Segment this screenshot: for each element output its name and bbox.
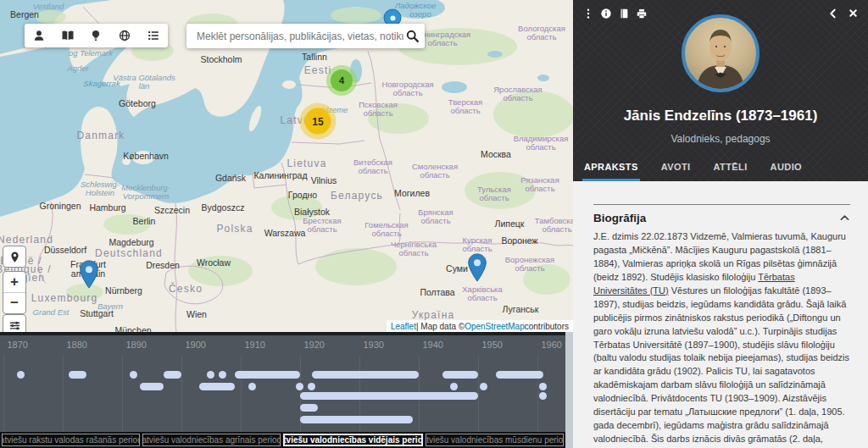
book-icon (618, 8, 630, 19)
user-icon (32, 29, 46, 42)
timeline-year-label: 1960 (542, 340, 562, 350)
map-pin-marker[interactable] (80, 260, 99, 289)
timeline-gridline (241, 356, 242, 432)
timeline-dot[interactable] (130, 371, 137, 379)
tab-attēli[interactable]: ATTĒLI (712, 159, 749, 181)
publications-button[interactable] (58, 25, 78, 46)
attribution-suffix: contributors (525, 322, 569, 331)
person-occupation: Valodnieks, pedagogs (573, 133, 868, 145)
locate-icon (8, 251, 21, 263)
zoom-in-button[interactable]: + (3, 272, 25, 292)
map-pin-icon (80, 260, 99, 289)
menu-dots-icon (582, 8, 594, 19)
map-pin-marker[interactable] (468, 253, 487, 282)
timeline-bar[interactable] (69, 371, 86, 379)
timeline-gridline (478, 356, 479, 432)
timeline-dot[interactable] (539, 383, 547, 390)
list-icon (147, 29, 160, 42)
cluster-count: 15 (305, 108, 331, 135)
legend-period-button[interactable]: Latviešu valodniecības agrīnais periods (142, 434, 281, 446)
timeline-bar[interactable] (300, 404, 318, 412)
timeline-year-label: 1890 (126, 340, 147, 350)
search-icon[interactable] (405, 29, 420, 43)
app-root: BergenVestlandog TelemarkAgderSkagerrakV… (0, 0, 868, 448)
cluster-marker[interactable]: 4 (326, 65, 357, 96)
chevron-up-icon[interactable] (839, 213, 850, 224)
timeline-bar[interactable] (496, 371, 543, 379)
tab-apraksts[interactable]: APRAKSTS (582, 159, 640, 181)
biography-section-header[interactable]: Biogrāfija (593, 204, 850, 224)
collapse-panel-button[interactable] (826, 7, 839, 19)
timeline-year-label: 1880 (67, 340, 87, 350)
timeline-dot[interactable] (480, 383, 487, 390)
timeline-bar[interactable] (199, 383, 235, 390)
timeline-year-label: 1900 (186, 340, 206, 350)
timeline[interactable]: 1870188018901900191019201930194019501960 (0, 332, 565, 432)
legend-period-button[interactable]: Latviešu valodniecības mūsdienu periods (426, 434, 564, 446)
timeline-bar[interactable] (300, 392, 478, 400)
cluster-marker[interactable]: 15 (300, 103, 337, 140)
description-content[interactable]: Biogrāfija J.E. dzimis 22.02.1873 Vidzem… (573, 181, 868, 448)
timeline-dot[interactable] (539, 392, 547, 400)
timeline-year-label: 1910 (245, 340, 265, 350)
zoom-out-button[interactable]: − (3, 292, 25, 313)
events-button[interactable] (86, 25, 106, 46)
close-panel-button[interactable] (847, 7, 860, 19)
timeline-dot[interactable] (219, 371, 226, 379)
places-button[interactable] (114, 25, 135, 46)
timeline-year-label: 1940 (423, 340, 443, 350)
tab-audio[interactable]: AUDIO (769, 159, 804, 181)
attribution-text: | Map data © (416, 322, 465, 331)
timeline-dot[interactable] (207, 371, 214, 379)
info-button[interactable] (599, 7, 612, 19)
timeline-year-label: 1920 (304, 340, 325, 350)
timeline-bar[interactable] (300, 416, 413, 423)
timeline-dot[interactable] (17, 371, 25, 379)
timeline-gridline (122, 356, 123, 432)
open-book-icon (61, 29, 75, 42)
persons-button[interactable] (29, 25, 49, 46)
leaflet-link[interactable]: Leaflet (391, 322, 416, 331)
menu-button[interactable] (581, 7, 594, 19)
section-title: Biogrāfija (593, 212, 646, 224)
timeline-gridline (3, 356, 4, 432)
portrait-avatar (682, 14, 760, 92)
legend-period-button[interactable]: Latviešu valodniecības vidējais periods (283, 434, 423, 446)
locate-button[interactable] (3, 246, 25, 267)
legend-period-button[interactable]: Latviešu rakstu valodas rašanās periods (2, 434, 140, 446)
bio-text-segment: Vēstures un filoloģijas fakultātē (1893–… (593, 285, 849, 448)
map-toolbar (25, 24, 168, 47)
panel-tabs: APRAKSTSAVOTIATTĒLIAUDIO (573, 159, 868, 181)
map-canvas[interactable]: BergenVestlandog TelemarkAgderSkagerrakV… (0, 0, 573, 332)
timeline-year-label: 1950 (482, 340, 503, 350)
timeline-bar[interactable] (442, 371, 478, 379)
timeline-gridline (63, 356, 64, 432)
timeline-gridline (181, 356, 182, 432)
map-attribution: Leaflet | Map data © OpenStreetMap contr… (387, 320, 573, 332)
timeline-year-label: 1930 (364, 340, 384, 350)
timeline-dot[interactable] (296, 383, 303, 390)
biography-text: J.E. dzimis 22.02.1873 Vidzemē, Valmiera… (593, 230, 850, 448)
timeline-period-legend: Latviešu rakstu valodas rašanās periodsL… (0, 432, 565, 448)
collapse-left-icon (827, 8, 839, 19)
map-column: BergenVestlandog TelemarkAgderSkagerrakV… (0, 0, 573, 448)
panel-actions (581, 7, 648, 19)
openstreetmap-link[interactable]: OpenStreetMap (465, 322, 525, 331)
timeline-dot[interactable] (450, 383, 458, 390)
timeline-bar[interactable] (235, 371, 300, 379)
filters-button[interactable] (3, 315, 25, 332)
sources-button[interactable] (617, 7, 630, 19)
search-input[interactable] (195, 30, 405, 43)
tab-avoti[interactable]: AVOTI (659, 159, 693, 181)
timeline-bar[interactable] (140, 383, 164, 390)
timeline-dot[interactable] (248, 383, 256, 390)
timeline-year-label: 1870 (8, 340, 28, 350)
print-button[interactable] (635, 7, 648, 19)
globe-icon (118, 29, 131, 42)
timeline-dot[interactable] (308, 383, 315, 390)
sliders-icon (8, 319, 21, 332)
timeline-bar[interactable] (312, 371, 419, 379)
timeline-bar[interactable] (164, 371, 181, 379)
list-button[interactable] (143, 25, 164, 46)
bio-text-segment: J.E. dzimis 22.02.1873 Vidzemē, Valmiera… (593, 231, 846, 282)
